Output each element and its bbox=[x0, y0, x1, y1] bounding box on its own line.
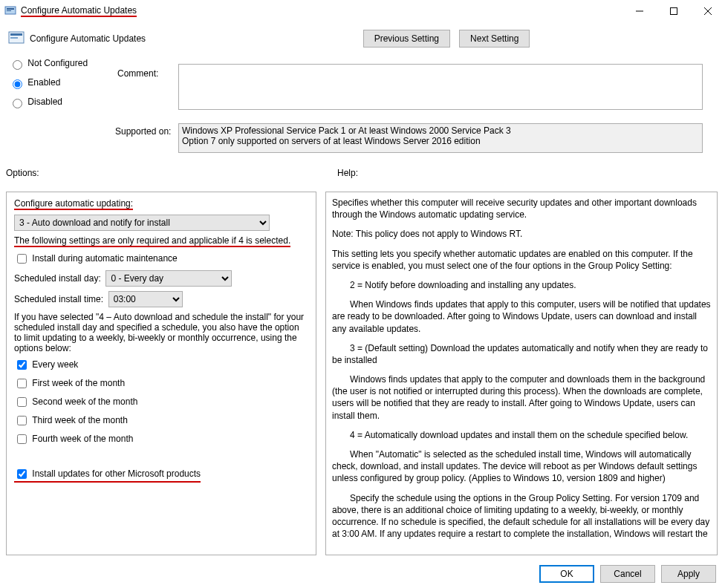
radio-not-configured[interactable]: Not Configured bbox=[9, 58, 105, 70]
title-bar: Configure Automatic Updates bbox=[0, 0, 725, 22]
cb-install-during-maintenance[interactable]: Install during automatic maintenance bbox=[14, 253, 178, 264]
cb-first-week[interactable]: First week of the month bbox=[14, 378, 125, 388]
supported-line: Windows XP Professional Service Pack 1 o… bbox=[182, 125, 699, 136]
supported-on-label: Supported on: bbox=[115, 126, 171, 137]
svg-rect-8 bbox=[10, 33, 22, 36]
scheduled-day-select[interactable]: 0 - Every day bbox=[105, 270, 232, 287]
options-label: Options: bbox=[6, 168, 39, 178]
app-icon bbox=[4, 5, 16, 17]
help-text: When "Automatic" is selected as the sche… bbox=[332, 448, 711, 485]
supported-on-box: Windows XP Professional Service Pack 1 o… bbox=[178, 123, 703, 153]
previous-setting-button[interactable]: Previous Setting bbox=[363, 30, 450, 48]
scheduled-time-label: Scheduled install time: bbox=[14, 294, 103, 304]
scheduled-time-select[interactable]: 03:00 bbox=[108, 291, 183, 307]
supported-line: Option 7 only supported on servers of at… bbox=[182, 136, 699, 146]
cancel-button[interactable]: Cancel bbox=[600, 565, 655, 583]
help-text: Windows finds updates that apply to the … bbox=[332, 373, 711, 422]
cb-every-week[interactable]: Every week bbox=[14, 359, 78, 370]
cb-fourth-week[interactable]: Fourth week of the month bbox=[14, 434, 133, 444]
policy-header: Configure Automatic Updates Previous Set… bbox=[0, 22, 725, 50]
radio-disabled[interactable]: Disabled bbox=[9, 97, 105, 108]
configure-updating-label: Configure automatic updating: bbox=[14, 198, 133, 210]
state-radio-group: Not Configured Enabled Disabled bbox=[9, 58, 105, 116]
options-note-required-if-4: The following settings are only required… bbox=[14, 235, 290, 247]
help-text: When Windows finds updates that apply to… bbox=[332, 298, 711, 335]
minimize-button[interactable] bbox=[622, 0, 657, 22]
comment-label: Comment: bbox=[117, 68, 158, 79]
scheduled-day-label: Scheduled install day: bbox=[14, 273, 101, 284]
help-text: Specify the schedule using the options i… bbox=[332, 492, 711, 540]
options-schedule-note: If you have selected "4 – Auto download … bbox=[14, 312, 308, 353]
apply-button[interactable]: Apply bbox=[661, 565, 716, 583]
options-panel: Configure automatic updating: 3 - Auto d… bbox=[6, 192, 316, 555]
configure-updating-select[interactable]: 3 - Auto download and notify for install bbox=[14, 215, 270, 231]
svg-rect-9 bbox=[10, 37, 18, 39]
help-text: 3 = (Default setting) Download the updat… bbox=[332, 342, 711, 366]
radio-enabled[interactable]: Enabled bbox=[9, 77, 105, 89]
policy-icon bbox=[7, 30, 25, 48]
close-button[interactable] bbox=[691, 0, 725, 22]
help-label: Help: bbox=[337, 168, 358, 178]
help-text: Note: This policy does not apply to Wind… bbox=[332, 228, 711, 240]
cb-third-week[interactable]: Third week of the month bbox=[14, 415, 128, 425]
svg-rect-2 bbox=[7, 10, 11, 11]
ok-button[interactable]: OK bbox=[539, 565, 594, 583]
help-text: Specifies whether this computer will rec… bbox=[332, 197, 711, 220]
cb-other-microsoft-products[interactable]: Install updates for other Microsoft prod… bbox=[14, 468, 201, 479]
cb-second-week[interactable]: Second week of the month bbox=[14, 396, 137, 407]
svg-rect-1 bbox=[7, 8, 14, 10]
comment-input[interactable] bbox=[178, 64, 703, 110]
policy-title: Configure Automatic Updates bbox=[30, 33, 146, 44]
help-text: This setting lets you specify whether au… bbox=[332, 248, 711, 272]
next-setting-button[interactable]: Next Setting bbox=[459, 30, 530, 48]
svg-rect-4 bbox=[671, 8, 677, 15]
help-text: 4 = Automatically download updates and i… bbox=[332, 429, 711, 441]
help-panel[interactable]: Specifies whether this computer will rec… bbox=[325, 192, 718, 555]
window-title: Configure Automatic Updates bbox=[21, 5, 137, 17]
help-text: 2 = Notify before downloading and instal… bbox=[332, 279, 711, 291]
dialog-button-bar: OK Cancel Apply bbox=[0, 560, 725, 588]
maximize-button[interactable] bbox=[657, 0, 691, 22]
